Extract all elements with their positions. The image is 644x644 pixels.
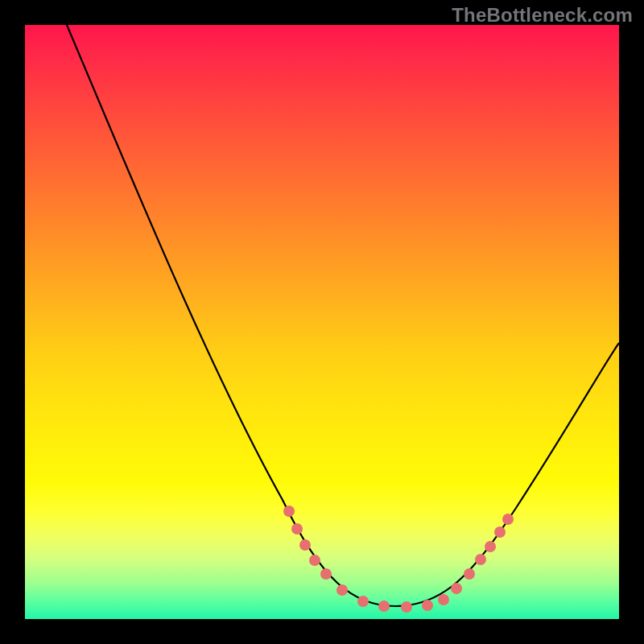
curve-layer: [25, 25, 619, 619]
watermark-text: TheBottleneck.com: [452, 4, 633, 27]
data-point: [291, 523, 303, 535]
data-point: [283, 506, 295, 517]
data-point: [309, 555, 320, 566]
plot-area: [25, 25, 619, 619]
data-point: [357, 596, 369, 607]
chart-frame: TheBottleneck.com: [0, 0, 644, 644]
data-point: [299, 539, 311, 551]
data-point: [336, 584, 348, 596]
data-point: [401, 601, 412, 613]
data-point: [438, 594, 449, 605]
data-point: [485, 541, 496, 552]
bottleneck-curve: [67, 25, 619, 606]
data-point: [502, 514, 514, 525]
data-point: [422, 600, 433, 611]
data-point: [494, 526, 506, 538]
data-point: [464, 568, 475, 580]
data-point: [320, 568, 332, 580]
data-point: [378, 601, 390, 612]
data-point: [451, 583, 462, 594]
data-point: [475, 554, 486, 565]
